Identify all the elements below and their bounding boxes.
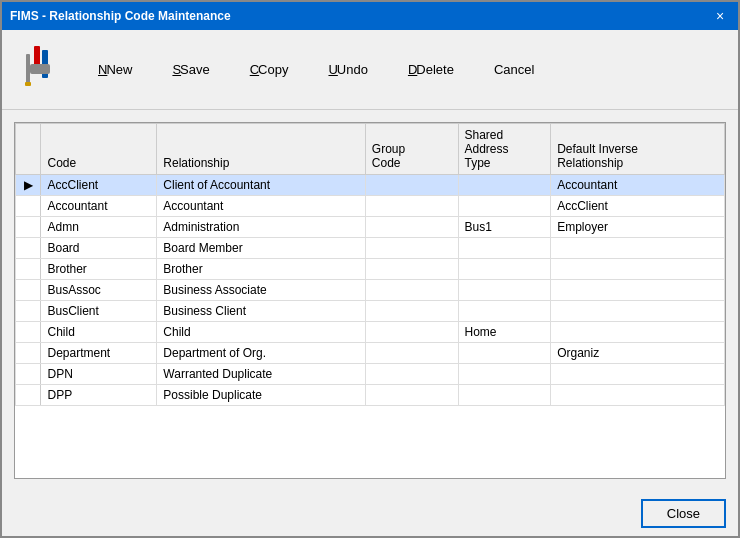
cell-code: Child xyxy=(41,322,157,343)
table-row[interactable]: DPPPossible Duplicate xyxy=(16,385,725,406)
save-button[interactable]: SSave xyxy=(152,56,229,83)
cell-shared-address-type xyxy=(458,259,551,280)
svg-rect-4 xyxy=(25,82,31,86)
cell-default-inverse: Accountant xyxy=(551,175,725,196)
row-arrow xyxy=(16,217,41,238)
table-row[interactable]: DepartmentDepartment of Org.Organiz xyxy=(16,343,725,364)
cell-group-code xyxy=(365,196,458,217)
cell-default-inverse xyxy=(551,322,725,343)
cell-shared-address-type xyxy=(458,175,551,196)
row-arrow xyxy=(16,196,41,217)
cell-shared-address-type xyxy=(458,301,551,322)
cell-relationship: Business Associate xyxy=(157,280,366,301)
row-arrow xyxy=(16,322,41,343)
cell-relationship: Client of Accountant xyxy=(157,175,366,196)
cell-default-inverse: AccClient xyxy=(551,196,725,217)
row-arrow xyxy=(16,259,41,280)
row-arrow xyxy=(16,364,41,385)
header-relationship: Relationship xyxy=(157,124,366,175)
cell-group-code xyxy=(365,259,458,280)
table-row[interactable]: BrotherBrother xyxy=(16,259,725,280)
row-arrow xyxy=(16,238,41,259)
window-close-button[interactable]: × xyxy=(710,6,730,26)
cell-shared-address-type xyxy=(458,385,551,406)
cancel-button[interactable]: Cancel xyxy=(474,56,554,83)
cell-default-inverse xyxy=(551,238,725,259)
cell-group-code xyxy=(365,301,458,322)
cell-group-code xyxy=(365,385,458,406)
cell-shared-address-type xyxy=(458,196,551,217)
main-window: FIMS - Relationship Code Maintenance × N… xyxy=(0,0,740,538)
toolbar: NNew SSave CCopy UUndo DDelete Cancel xyxy=(2,30,738,110)
cell-relationship: Brother xyxy=(157,259,366,280)
cell-shared-address-type xyxy=(458,280,551,301)
cell-code: Accountant xyxy=(41,196,157,217)
cell-code: Board xyxy=(41,238,157,259)
cell-relationship: Board Member xyxy=(157,238,366,259)
content-area: Code Relationship GroupCode SharedAddres… xyxy=(2,110,738,491)
header-default-inverse: Default InverseRelationship xyxy=(551,124,725,175)
cell-group-code xyxy=(365,364,458,385)
table-body: ▶AccClientClient of AccountantAccountant… xyxy=(16,175,725,406)
table-row[interactable]: AdmnAdministrationBus1Employer xyxy=(16,217,725,238)
table-row[interactable]: ChildChildHome xyxy=(16,322,725,343)
cell-relationship: Child xyxy=(157,322,366,343)
cell-code: DPN xyxy=(41,364,157,385)
cell-group-code xyxy=(365,322,458,343)
cell-default-inverse xyxy=(551,301,725,322)
row-arrow xyxy=(16,343,41,364)
close-button[interactable]: Close xyxy=(641,499,726,528)
cell-default-inverse xyxy=(551,385,725,406)
table-container: Code Relationship GroupCode SharedAddres… xyxy=(14,122,726,479)
toolbar-buttons: NNew SSave CCopy UUndo DDelete Cancel xyxy=(78,56,554,83)
svg-rect-3 xyxy=(26,54,30,86)
cell-relationship: Possible Duplicate xyxy=(157,385,366,406)
app-icon xyxy=(18,45,58,95)
tools-icon xyxy=(20,46,56,94)
footer: Close xyxy=(2,491,738,536)
row-arrow xyxy=(16,385,41,406)
table-wrapper[interactable]: Code Relationship GroupCode SharedAddres… xyxy=(15,123,725,478)
cell-code: BusClient xyxy=(41,301,157,322)
header-arrow xyxy=(16,124,41,175)
header-code: Code xyxy=(41,124,157,175)
table-header-row: Code Relationship GroupCode SharedAddres… xyxy=(16,124,725,175)
cell-group-code xyxy=(365,238,458,259)
cell-relationship: Business Client xyxy=(157,301,366,322)
row-arrow xyxy=(16,280,41,301)
row-arrow: ▶ xyxy=(16,175,41,196)
cell-shared-address-type: Bus1 xyxy=(458,217,551,238)
relationship-table: Code Relationship GroupCode SharedAddres… xyxy=(15,123,725,406)
cell-default-inverse xyxy=(551,364,725,385)
copy-button[interactable]: CCopy xyxy=(230,56,309,83)
cell-default-inverse xyxy=(551,280,725,301)
cell-code: Admn xyxy=(41,217,157,238)
cell-relationship: Accountant xyxy=(157,196,366,217)
cell-code: BusAssoc xyxy=(41,280,157,301)
header-shared-address: SharedAddressType xyxy=(458,124,551,175)
table-row[interactable]: AccountantAccountantAccClient xyxy=(16,196,725,217)
undo-button[interactable]: UUndo xyxy=(308,56,387,83)
table-row[interactable]: DPNWarranted Duplicate xyxy=(16,364,725,385)
table-row[interactable]: BusAssocBusiness Associate xyxy=(16,280,725,301)
header-group-code: GroupCode xyxy=(365,124,458,175)
svg-rect-2 xyxy=(30,64,50,74)
cell-default-inverse xyxy=(551,259,725,280)
delete-button[interactable]: DDelete xyxy=(388,56,474,83)
cell-code: Brother xyxy=(41,259,157,280)
cell-relationship: Administration xyxy=(157,217,366,238)
cell-group-code xyxy=(365,217,458,238)
cell-relationship: Department of Org. xyxy=(157,343,366,364)
cell-shared-address-type: Home xyxy=(458,322,551,343)
cell-shared-address-type xyxy=(458,238,551,259)
cell-code: DPP xyxy=(41,385,157,406)
cell-group-code xyxy=(365,343,458,364)
cell-group-code xyxy=(365,280,458,301)
cell-group-code xyxy=(365,175,458,196)
new-button[interactable]: NNew xyxy=(78,56,152,83)
title-bar: FIMS - Relationship Code Maintenance × xyxy=(2,2,738,30)
cell-shared-address-type xyxy=(458,364,551,385)
table-row[interactable]: ▶AccClientClient of AccountantAccountant xyxy=(16,175,725,196)
table-row[interactable]: BusClientBusiness Client xyxy=(16,301,725,322)
table-row[interactable]: BoardBoard Member xyxy=(16,238,725,259)
